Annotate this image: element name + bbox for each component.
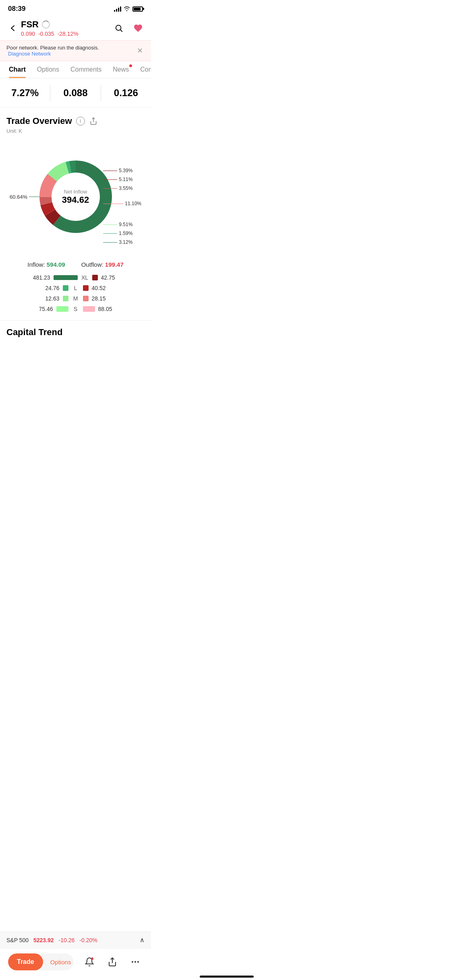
capital-trend-title: Capital Trend xyxy=(6,327,62,337)
loading-spinner xyxy=(42,21,50,29)
legend-left-num-l: 24.76 xyxy=(39,285,60,291)
legend-row-s: 75.46 S 88.05 xyxy=(13,306,138,312)
favorite-button[interactable] xyxy=(132,22,145,35)
label-3.55: 3.55% xyxy=(103,185,141,191)
info-icon[interactable]: i xyxy=(76,117,85,126)
label-3.12: 3.12% xyxy=(103,239,141,245)
tab-news[interactable]: News xyxy=(107,61,134,78)
chart-labels-right: 5.39% 5.11% 3.55% 11.10% 9.51% 1.59% xyxy=(103,168,141,245)
legend-cat-m: M xyxy=(72,295,80,302)
capital-trend-section: Capital Trend xyxy=(0,320,151,338)
battery-icon xyxy=(132,6,143,12)
legend-dot-l-red xyxy=(83,285,89,291)
stats-row: 7.27% 0.088 0.126 xyxy=(0,78,151,108)
legend-cat-xl: XL xyxy=(81,274,89,281)
legend-cat-l: L xyxy=(72,285,80,291)
legend-dot-m-red xyxy=(83,296,89,301)
legend-right-num-s: 88.05 xyxy=(98,306,118,312)
stat-3: 0.126 xyxy=(101,87,151,99)
section-title: Trade Overview xyxy=(6,116,72,126)
stat-value-2: 0.088 xyxy=(50,87,100,99)
outflow-item: Outflow: 199.47 xyxy=(81,261,124,268)
ticker-symbol: FSR xyxy=(21,19,39,30)
tab-company[interactable]: Company xyxy=(134,61,151,78)
legend-row-m: 12.63 M 28.15 xyxy=(13,295,138,302)
legend-left-num-m: 12.63 xyxy=(39,295,60,302)
tab-chart[interactable]: Chart xyxy=(3,61,31,78)
search-button[interactable] xyxy=(112,22,125,35)
section-header: Trade Overview i xyxy=(6,116,145,126)
inflow-item: Inflow: 594.09 xyxy=(27,261,65,268)
label-11.10: 11.10% xyxy=(103,201,141,206)
banner-close-button[interactable]: ✕ xyxy=(135,45,145,57)
donut-center-value: 394.62 xyxy=(62,195,89,205)
legend-dot-m-green xyxy=(63,296,68,301)
legend-dot-s-green xyxy=(56,306,68,312)
label-5.11: 5.11% xyxy=(103,177,141,182)
signal-icon xyxy=(114,6,121,12)
outflow-value: 199.47 xyxy=(105,261,124,268)
back-button[interactable] xyxy=(6,22,19,35)
legend-row-l: 24.76 L 40.52 xyxy=(13,285,138,291)
label-5.39: 5.39% xyxy=(103,168,141,173)
tab-bar: Chart Options Comments News Company xyxy=(0,61,151,78)
donut-chart-container: 60.64% xyxy=(6,140,145,253)
label-60-text: 60.64% xyxy=(10,194,27,200)
stat-2: 0.088 xyxy=(50,87,100,99)
legend-left-num-xl: 481.23 xyxy=(30,274,50,281)
legend-dot-l-green xyxy=(63,285,68,291)
inflow-value: 594.09 xyxy=(47,261,65,268)
stat-value-1: 7.27% xyxy=(0,87,50,99)
tab-options[interactable]: Options xyxy=(31,61,65,78)
legend-left-num-s: 75.46 xyxy=(33,306,53,312)
header: FSR 0.090 -0.035 -28.12% xyxy=(0,16,151,40)
news-badge xyxy=(129,64,132,67)
legend-dot-xl-red xyxy=(92,275,98,280)
unit-label: Unit: K xyxy=(6,128,145,134)
stat-value-3: 0.126 xyxy=(101,87,151,99)
network-banner: Poor network. Please run the diagnosis. … xyxy=(0,40,151,61)
status-icons xyxy=(114,6,143,12)
donut-center: Net Inflow 394.62 xyxy=(52,173,100,221)
price-change: 0.090 -0.035 -28.12% xyxy=(21,31,112,37)
header-actions xyxy=(112,22,145,35)
diagnose-network-link[interactable]: Diagnose Network xyxy=(8,51,51,57)
status-bar: 08:39 xyxy=(0,0,151,16)
legend-right-num-l: 40.52 xyxy=(92,285,112,291)
legend-table: 481.23 XL 42.75 24.76 L 40.52 12.63 M 28… xyxy=(6,274,145,312)
svg-line-1 xyxy=(120,30,122,31)
tab-comments[interactable]: Comments xyxy=(65,61,107,78)
stat-1: 7.27% xyxy=(0,87,50,99)
donut-center-label: Net Inflow xyxy=(64,189,87,195)
trade-overview-section: Trade Overview i Unit: K 60.64% xyxy=(0,108,151,312)
legend-right-num-m: 28.15 xyxy=(92,295,112,302)
share-icon[interactable] xyxy=(89,117,98,126)
ticker-info: FSR 0.090 -0.035 -28.12% xyxy=(21,19,112,37)
label-9.51: 9.51% xyxy=(103,222,141,227)
legend-dot-s-red xyxy=(83,306,95,312)
legend-row-xl: 481.23 XL 42.75 xyxy=(13,274,138,281)
network-warning-text: Poor network. Please run the diagnosis. xyxy=(6,45,99,51)
wifi-icon xyxy=(124,6,130,11)
legend-cat-s: S xyxy=(72,306,80,312)
flow-summary: Inflow: 594.09 Outflow: 199.47 xyxy=(6,261,145,268)
legend-dot-xl-green xyxy=(54,275,78,280)
label-1.59: 1.59% xyxy=(103,231,141,236)
status-time: 08:39 xyxy=(8,5,25,13)
legend-right-num-xl: 42.75 xyxy=(101,274,121,281)
